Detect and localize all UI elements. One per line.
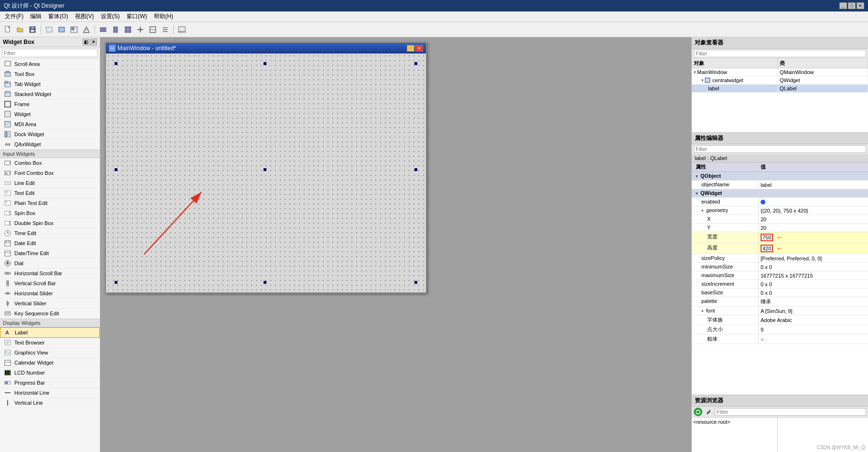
widget-item-dial[interactable]: Dial [0,258,100,269]
sel-handle-tl[interactable] [115,62,117,65]
prop-value-font[interactable]: A [SimSun, 9] [759,307,868,315]
toolbar-preview[interactable] [176,24,188,35]
widget-item-datetime-edit[interactable]: Date/Time Edit [0,248,100,258]
widget-item-v-scroll-bar[interactable]: Vertical Scroll Bar [0,279,100,289]
widget-item-plain-text-edit[interactable]: T Plain Text Edit [0,198,100,208]
sel-handle-mr[interactable] [414,168,417,171]
prop-value-fontfamily[interactable]: Adobe Arabic [759,315,868,324]
resources-refresh-btn[interactable] [694,408,702,416]
prop-value-y[interactable]: 20 [759,224,868,232]
widget-item-dock-widget[interactable]: Dock Widget [0,129,100,140]
toolbar-layout-4[interactable] [135,24,146,35]
sel-handle-bl[interactable] [115,281,117,284]
widget-item-mdi-area[interactable]: MDI Area [0,119,100,129]
menu-edit[interactable]: 编辑 [27,11,44,22]
widget-item-frame[interactable]: Frame [0,99,100,109]
toolbar-open[interactable] [14,24,26,35]
sel-handle-tm[interactable] [264,62,266,65]
widget-item-date-edit[interactable]: Date Edit [0,238,100,248]
object-inspector-filter-input[interactable] [694,50,866,57]
geometry-expand-icon[interactable]: ▾ [701,208,704,213]
prop-value-pointsize[interactable]: 9 [759,325,868,334]
toolbar-btn-1[interactable] [43,24,55,35]
prop-value-maxsize[interactable]: 16777215 x 16777215 [759,271,868,280]
inner-minimize-btn[interactable]: _ [407,45,414,52]
inner-canvas[interactable] [106,54,426,292]
widget-item-horizontal-line[interactable]: Horizontal Line [0,388,100,398]
widget-item-label[interactable]: A Label [0,327,100,338]
prop-value-x[interactable]: 20 [759,215,868,223]
widget-item-scroll-area[interactable]: Scroll Area [0,59,100,69]
toolbar-layout-6[interactable] [159,24,171,35]
widget-item-text-browser[interactable]: Text Browser [0,338,100,348]
resources-filter-input[interactable] [715,408,866,416]
widget-item-stacked-widget[interactable]: Stacked Widget [0,89,100,99]
menu-form[interactable]: 窗体(O) [45,11,71,22]
prop-value-width[interactable]: 750 ← [759,232,868,243]
tree-row-centralwidget[interactable]: ▾ centralwidget QWidget [692,76,868,85]
widget-item-lcd-number[interactable]: 12 LCD Number [0,368,100,378]
widget-item-vertical-line[interactable]: Vertical Line [0,398,100,408]
widget-item-key-sequence-edit[interactable]: Key Sequence Edit [0,309,100,319]
maximize-button[interactable]: □ [848,2,856,9]
widget-item-double-spin-box[interactable]: Double Spin Box [0,218,100,228]
widget-item-calendar-widget[interactable]: Calendar Widget [0,358,100,368]
inner-close-btn[interactable]: ✕ [415,45,423,52]
widget-filter-input[interactable] [2,49,98,57]
font-expand-icon[interactable]: ▾ [701,309,704,313]
toolbar-layout-3[interactable] [122,24,134,35]
tree-row-mainwindow[interactable]: ▾ MainWindow QMainWindow [692,68,868,76]
prop-value-geometry[interactable]: {(20, 20), 750 x 420} [759,206,868,215]
prop-value-sizeincrement[interactable]: 0 x 0 [759,280,868,288]
menu-file[interactable]: 文件(F) [2,11,26,22]
toolbar-new[interactable] [2,24,13,35]
tree-expand-arrow[interactable]: ▾ [694,70,696,75]
menu-view[interactable]: 视图(V) [72,11,97,22]
group-expand-icon-2[interactable]: ▾ [696,191,698,196]
tree-row-label[interactable]: label QLabel [692,85,868,93]
widget-item-line-edit[interactable]: Line Edit [0,178,100,188]
prop-value-palette[interactable]: 继承 [759,297,868,306]
sel-handle-br[interactable] [414,281,417,284]
widget-item-qaxwidget[interactable]: Ax QAxWidget [0,140,100,150]
sel-handle-mm[interactable] [264,168,266,171]
widget-item-text-edit[interactable]: T Text Edit [0,188,100,198]
widget-item-tool-box[interactable]: Tool Box [0,69,100,79]
sel-handle-ml[interactable] [115,168,117,171]
widget-box-close-btn[interactable]: ✕ [90,39,97,45]
prop-value-enabled[interactable] [759,198,868,206]
group-expand-icon[interactable]: ▾ [696,174,698,179]
toolbar-btn-3[interactable] [68,24,80,35]
widget-item-graphics-view[interactable]: Graphics View [0,348,100,358]
tree-expand-arrow-2[interactable]: ▾ [701,78,704,83]
widget-item-tab-widget[interactable]: Tab Widget [0,79,100,89]
widget-item-combo-box[interactable]: Combo Box [0,158,100,168]
menu-help[interactable]: 帮助(H) [151,11,176,22]
resources-edit-btn[interactable] [704,408,713,416]
widget-item-h-scroll-bar[interactable]: Horizontal Scroll Bar [0,269,100,279]
prop-value-basesize[interactable]: 0 x 0 [759,289,868,297]
widget-item-h-slider[interactable]: Horizontal Slider [0,289,100,299]
toolbar-layout-1[interactable] [97,24,109,35]
menu-window[interactable]: 窗口(W) [124,11,150,22]
prop-value-minsize[interactable]: 0 x 0 [759,263,868,271]
prop-value-objectname[interactable]: label [759,181,868,189]
toolbar-btn-4[interactable] [81,24,92,35]
close-button[interactable]: ✕ [857,2,864,9]
prop-value-height[interactable]: 420 ← [759,243,868,254]
widget-item-time-edit[interactable]: Time Edit [0,228,100,238]
widget-item-widget[interactable]: Widget [0,109,100,119]
widget-item-font-combo-box[interactable]: A Font Combo Box [0,168,100,178]
toolbar-btn-2[interactable] [56,24,67,35]
widget-box-float-btn[interactable]: ◧ [83,39,89,45]
prop-value-bold[interactable]: ○ [759,334,868,344]
toolbar-layout-5[interactable] [147,24,159,35]
sel-handle-tr[interactable] [414,62,417,65]
property-editor-filter-input[interactable] [694,145,866,153]
sel-handle-bm[interactable] [264,281,266,284]
widget-item-spin-box[interactable]: Spin Box [0,208,100,218]
menu-settings[interactable]: 设置(S) [98,11,123,22]
widget-item-v-slider[interactable]: Vertical Slider [0,299,100,309]
toolbar-save[interactable] [27,24,38,35]
minimize-button[interactable]: _ [839,2,847,9]
